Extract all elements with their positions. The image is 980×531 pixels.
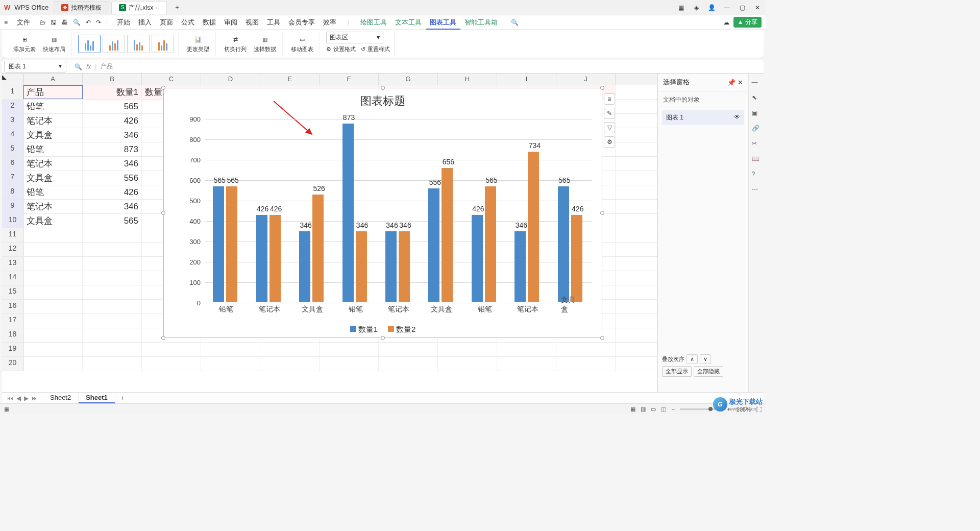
menu-图表工具[interactable]: 图表工具 (426, 16, 460, 30)
chart-filter-button[interactable]: ▽ (604, 122, 615, 133)
cell[interactable] (497, 357, 556, 371)
cell[interactable]: 346 (83, 128, 142, 142)
cell[interactable] (83, 300, 142, 313)
row-header[interactable]: 8 (2, 185, 23, 199)
cell[interactable]: 文具盒 (23, 214, 83, 228)
new-tab-button[interactable]: ＋ (169, 1, 185, 14)
row-header[interactable]: 4 (2, 128, 23, 142)
cell[interactable]: 426 (83, 185, 142, 199)
row-header[interactable]: 14 (2, 271, 23, 285)
row-header[interactable]: 11 (2, 228, 23, 242)
cell[interactable] (320, 343, 379, 356)
spreadsheet-grid[interactable]: ◣ABCDEFGHIJ 1产品数量1数量22铅笔5653笔记本4264文具盒34… (2, 74, 657, 392)
sheet-tab[interactable]: Sheet2 (43, 393, 79, 403)
col-header[interactable]: H (438, 74, 497, 85)
menu-公式[interactable]: 公式 (177, 16, 199, 28)
object-list-item[interactable]: 图表 1👁 (662, 110, 744, 125)
chart-style-gallery[interactable] (74, 32, 179, 56)
row-header[interactable]: 10 (2, 214, 23, 228)
show-all-button[interactable]: 全部显示 (662, 366, 692, 377)
formula-text[interactable]: 产品 (101, 62, 113, 71)
col-header[interactable]: A (23, 74, 83, 85)
chart-settings-button[interactable]: ⚙ (604, 136, 615, 148)
cell[interactable]: 426 (83, 114, 142, 128)
chart-area-select[interactable]: 图表区▾ (326, 32, 383, 43)
row-header[interactable]: 6 (2, 157, 23, 171)
cell[interactable] (556, 343, 616, 356)
doc-tab[interactable]: S产品.xlsx ○ (111, 1, 167, 14)
menu-审阅[interactable]: 审阅 (220, 16, 241, 28)
name-box[interactable]: 图表 1▾ (4, 61, 66, 73)
cell[interactable] (23, 357, 83, 371)
menu-效率[interactable]: 效率 (319, 16, 340, 28)
file-menu[interactable]: 文件 (13, 16, 34, 29)
link-icon[interactable]: 🔗 (752, 125, 761, 134)
cell[interactable]: 文具盒 (23, 128, 83, 142)
col-header[interactable]: G (379, 74, 438, 85)
avatar-icon[interactable]: 👤 (707, 4, 716, 12)
open-icon[interactable]: 🗁 (39, 19, 45, 26)
col-header[interactable]: C (142, 74, 201, 85)
cell[interactable] (260, 343, 320, 356)
select-icon[interactable]: ⬉ (752, 94, 761, 103)
col-header[interactable]: J (556, 74, 616, 85)
cell[interactable]: 数量1 (83, 85, 142, 99)
chart-style-thumb[interactable] (78, 35, 101, 53)
pin-icon[interactable]: 📌 (727, 79, 736, 86)
cell[interactable]: 笔记本 (23, 157, 83, 171)
cell[interactable] (23, 257, 83, 271)
menu-数据[interactable]: 数据 (199, 16, 220, 28)
chart-style-thumb[interactable] (127, 35, 150, 53)
cell[interactable] (83, 243, 142, 256)
row-header[interactable]: 1 (2, 85, 23, 99)
cell[interactable] (83, 285, 142, 299)
reading-mode-icon[interactable]: ◫ (661, 406, 666, 413)
cell[interactable]: 文具盒 (23, 171, 83, 185)
chart-bars[interactable]: 565565铅笔426426笔记本346526文具盒873346铅笔346346… (205, 119, 592, 302)
sheet-prev-icon[interactable]: ◀ (16, 395, 21, 402)
zoom-out-button[interactable]: − (671, 406, 674, 413)
cell[interactable] (23, 314, 83, 328)
help-icon[interactable]: ? (752, 171, 761, 180)
cell[interactable]: 铅笔 (23, 142, 83, 156)
row-header[interactable]: 13 (2, 257, 23, 271)
col-header[interactable]: E (260, 74, 320, 85)
menu-插入[interactable]: 插入 (134, 16, 156, 28)
switch-row-col-button[interactable]: ⇄切换行列 (222, 33, 249, 54)
row-header[interactable]: 20 (2, 357, 23, 371)
chart-plot-area[interactable]: 0100200300400500600700800900 565565铅笔426… (181, 119, 592, 302)
cell[interactable]: 铅笔 (23, 185, 83, 199)
close-pane-icon[interactable]: ✕ (738, 79, 743, 86)
print-icon[interactable]: 🖶 (62, 19, 68, 26)
col-header[interactable]: F (320, 74, 379, 85)
set-format-button[interactable]: ⚙ 设置格式 (326, 45, 356, 53)
share-button[interactable]: ▲ 分享 (733, 17, 762, 28)
view-normal-icon[interactable]: ▦ (630, 406, 635, 413)
cell[interactable]: 铅笔 (23, 100, 83, 113)
change-type-button[interactable]: 📊更改类型 (185, 33, 211, 54)
chart-legend[interactable]: 数量1 数量2 (164, 325, 602, 334)
cell[interactable] (83, 328, 142, 342)
fx-search-icon[interactable]: 🔍 (75, 63, 82, 70)
cell[interactable] (23, 285, 83, 299)
col-header[interactable]: I (497, 74, 556, 85)
cell[interactable]: 565 (83, 214, 142, 228)
row-header[interactable]: 15 (2, 285, 23, 299)
menu-视图[interactable]: 视图 (241, 16, 263, 28)
quick-layout-button[interactable]: ▥快速布局 (41, 33, 67, 54)
cell[interactable]: 873 (83, 142, 142, 156)
cell[interactable] (201, 343, 260, 356)
cell[interactable]: 556 (83, 171, 142, 185)
cell[interactable]: 565 (83, 100, 142, 113)
cell[interactable] (142, 357, 201, 371)
save-icon[interactable]: 🖫 (51, 19, 57, 26)
chart-elements-button[interactable]: ≡ (604, 93, 615, 105)
chart-styles-button[interactable]: ✎ (604, 108, 615, 119)
view-layout-icon[interactable]: ▭ (651, 406, 656, 413)
cell[interactable] (83, 357, 142, 371)
maximize-button[interactable]: ▢ (738, 4, 746, 12)
add-element-button[interactable]: ⊞添加元素 (11, 33, 38, 54)
view-page-icon[interactable]: ▥ (641, 406, 646, 413)
row-header[interactable]: 16 (2, 300, 23, 313)
reset-style-button[interactable]: ↺ 重置样式 (361, 45, 390, 53)
